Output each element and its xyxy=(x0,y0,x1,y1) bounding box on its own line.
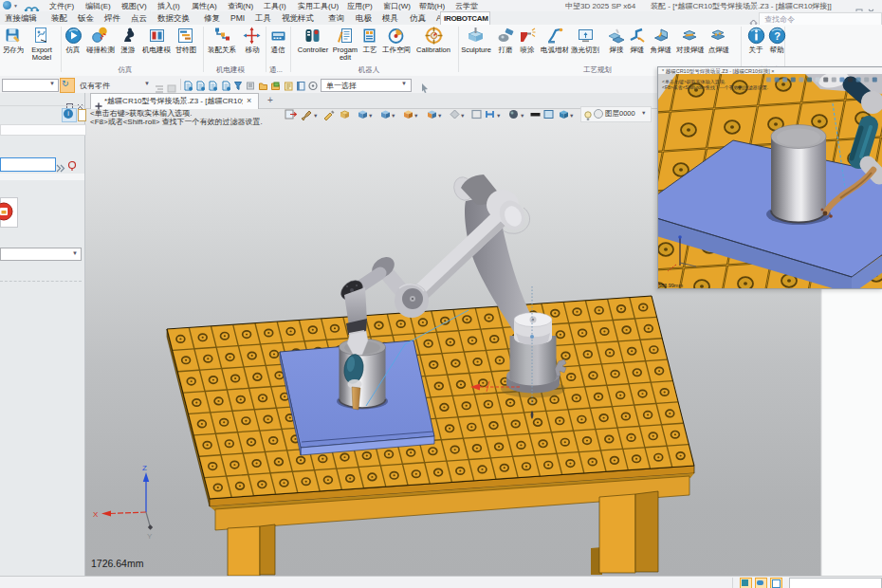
svg-text:?: ? xyxy=(774,30,781,42)
svg-text:Y: Y xyxy=(147,532,153,541)
svg-text:1726.64mm: 1726.64mm xyxy=(91,558,144,569)
svg-text:583.99mm: 583.99mm xyxy=(658,283,683,288)
svg-text:X: X xyxy=(93,510,99,519)
svg-text:Z: Z xyxy=(142,464,147,472)
svg-text:<F8>或者<Shift-roll>查找下一个有效的过滤器设: <F8>或者<Shift-roll>查找下一个有效的过滤器设置. xyxy=(662,84,768,91)
